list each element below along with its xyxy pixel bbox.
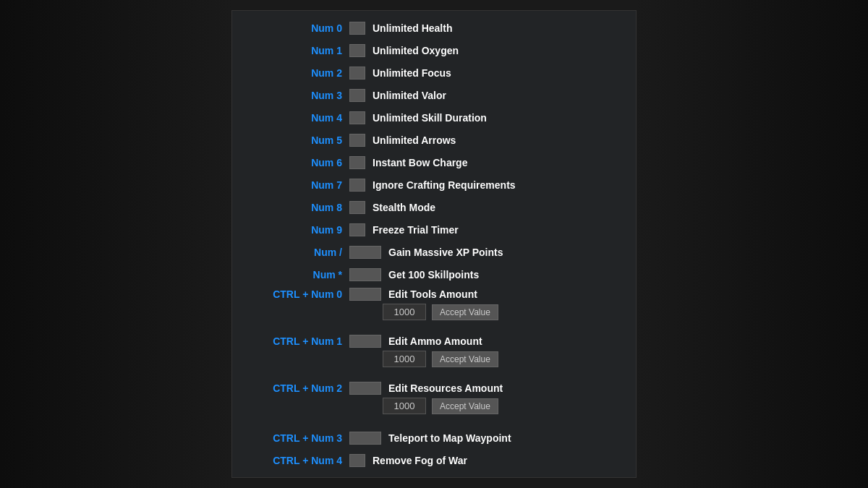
input-row: Accept Value xyxy=(241,301,627,325)
cheat-row: Num 4Unlimited Skill Duration xyxy=(232,106,636,129)
toggle-switch[interactable] xyxy=(349,179,365,192)
cheat-label: Gain Massive XP Points xyxy=(388,247,627,258)
cheat-row: CTRL + Num 3Teleport to Map Waypoint xyxy=(232,427,636,449)
toggle-switch[interactable] xyxy=(349,246,381,259)
input-row: Accept Value xyxy=(241,348,627,372)
cheat-label: Unlimited Health xyxy=(373,22,627,34)
cheat-row: Num 6Instant Bow Charge xyxy=(232,151,636,174)
toggle-switch[interactable] xyxy=(349,288,381,301)
key-label: Num 2 xyxy=(241,67,342,79)
cheat-row: Num 1Unlimited Oxygen xyxy=(232,39,636,61)
cheat-label: Edit Ammo Amount xyxy=(388,335,627,347)
cheat-label: Get 100 Skillpoints xyxy=(388,269,627,281)
cheat-panel: Num 0Unlimited HealthNum 1Unlimited Oxyg… xyxy=(231,10,637,478)
key-label: CTRL + Num 3 xyxy=(241,432,342,444)
cheat-label: Remove Fog of War xyxy=(373,455,627,466)
toggle-switch[interactable] xyxy=(349,67,365,80)
accept-value-button[interactable]: Accept Value xyxy=(432,304,498,320)
cheat-label: Freeze Trial Timer xyxy=(373,224,627,236)
cheat-label: Unlimited Oxygen xyxy=(373,45,627,56)
cheat-row: CTRL + Num 4Remove Fog of War xyxy=(232,449,636,471)
cheat-row: CTRL + Num 0Edit Tools AmountAccept Valu… xyxy=(232,286,636,327)
key-label: Num * xyxy=(241,269,342,281)
toggle-switch[interactable] xyxy=(349,44,365,57)
cheat-row: Num 8Stealth Mode xyxy=(232,196,636,218)
toggle-switch[interactable] xyxy=(349,454,365,467)
key-label: Num 9 xyxy=(241,224,342,236)
value-input[interactable] xyxy=(383,304,426,320)
cheat-label: Instant Bow Charge xyxy=(373,157,627,168)
cheat-label: Unlimited Valor xyxy=(373,90,627,101)
cheat-label: Edit Resources Amount xyxy=(388,382,627,394)
toggle-switch[interactable] xyxy=(349,89,365,102)
toggle-switch[interactable] xyxy=(349,201,365,214)
key-label: Num 0 xyxy=(241,22,342,34)
cheat-label: Stealth Mode xyxy=(373,202,627,213)
cheat-label: Ignore Crafting Requirements xyxy=(373,179,627,191)
toggle-switch[interactable] xyxy=(349,134,365,147)
key-label: Num 3 xyxy=(241,90,342,101)
toggle-switch[interactable] xyxy=(349,223,365,236)
toggle-switch[interactable] xyxy=(349,22,365,35)
cheat-label: Teleport to Map Waypoint xyxy=(388,432,627,444)
key-label: Num 7 xyxy=(241,179,342,191)
cheat-row: Num 5Unlimited Arrows xyxy=(232,129,636,151)
accept-value-button[interactable]: Accept Value xyxy=(432,351,498,367)
cheat-label: Unlimited Focus xyxy=(373,67,627,79)
cheat-row: Num 9Freeze Trial Timer xyxy=(232,218,636,241)
key-label: Num 1 xyxy=(241,45,342,56)
cheat-row: CTRL + Num 2Edit Resources AmountAccept … xyxy=(232,380,636,421)
key-label: Num 5 xyxy=(241,134,342,146)
cheat-label: Edit Tools Amount xyxy=(388,288,627,300)
toggle-switch[interactable] xyxy=(349,111,365,124)
cheat-row: Num 0Unlimited Health xyxy=(232,17,636,39)
key-label: CTRL + Num 0 xyxy=(241,288,342,300)
cheat-row: CTRL + Num 1Edit Ammo AmountAccept Value xyxy=(232,333,636,374)
key-label: Num / xyxy=(241,247,342,258)
toggle-switch[interactable] xyxy=(349,432,381,445)
key-label: CTRL + Num 1 xyxy=(241,335,342,347)
cheat-row: Num *Get 100 Skillpoints xyxy=(232,263,636,286)
toggle-switch[interactable] xyxy=(349,335,381,348)
toggle-switch[interactable] xyxy=(349,156,365,169)
cheat-row: Num 2Unlimited Focus xyxy=(232,61,636,84)
toggle-switch[interactable] xyxy=(349,268,381,281)
input-row: Accept Value xyxy=(241,395,627,419)
key-label: Num 4 xyxy=(241,112,342,124)
cheat-label: Unlimited Skill Duration xyxy=(373,112,627,124)
cheat-row: Num 7Ignore Crafting Requirements xyxy=(232,174,636,196)
toggle-switch[interactable] xyxy=(349,382,381,395)
cheat-row: Num /Gain Massive XP Points xyxy=(232,241,636,263)
value-input[interactable] xyxy=(383,351,426,367)
cheat-row: Num 3Unlimited Valor xyxy=(232,84,636,106)
key-label: Num 6 xyxy=(241,157,342,168)
value-input[interactable] xyxy=(383,398,426,414)
key-label: CTRL + Num 2 xyxy=(241,382,342,394)
accept-value-button[interactable]: Accept Value xyxy=(432,398,498,414)
key-label: Num 8 xyxy=(241,202,342,213)
cheat-label: Unlimited Arrows xyxy=(373,134,627,146)
key-label: CTRL + Num 4 xyxy=(241,455,342,466)
